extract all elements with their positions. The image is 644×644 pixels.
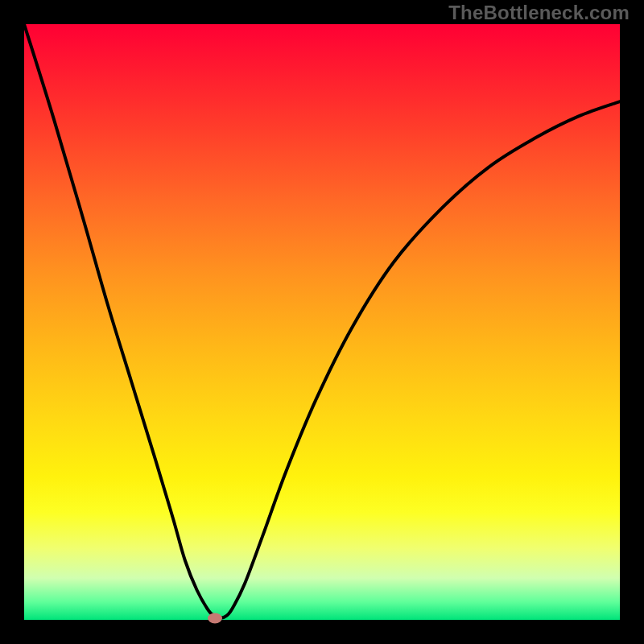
bottleneck-curve xyxy=(24,24,620,618)
curve-svg xyxy=(24,24,620,620)
optimal-point-marker xyxy=(208,613,222,623)
plot-area xyxy=(24,24,620,620)
watermark-text: TheBottleneck.com xyxy=(448,2,630,24)
chart-container: TheBottleneck.com xyxy=(0,0,644,644)
